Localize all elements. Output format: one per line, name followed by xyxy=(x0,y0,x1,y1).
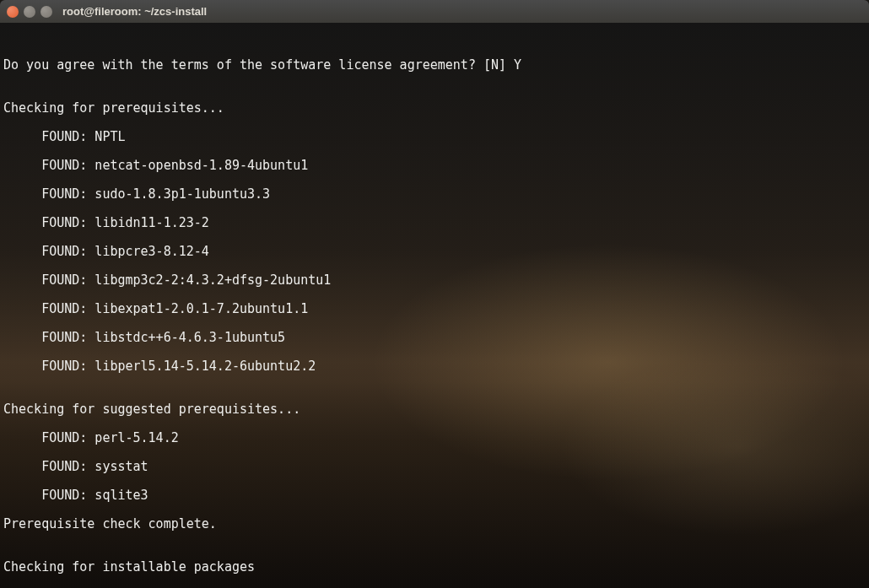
terminal-line: FOUND: libidn11-1.23-2 xyxy=(3,216,866,230)
maximize-icon[interactable] xyxy=(40,6,52,18)
terminal-line: Checking for prerequisites... xyxy=(3,101,866,116)
terminal-line: FOUND: perl-5.14.2 xyxy=(3,431,866,445)
terminal-line: FOUND: libpcre3-8.12-4 xyxy=(3,245,866,259)
terminal-line: FOUND: netcat-openbsd-1.89-4ubuntu1 xyxy=(3,159,866,173)
minimize-icon[interactable] xyxy=(24,6,35,18)
terminal-line: FOUND: libstdc++6-4.6.3-1ubuntu5 xyxy=(3,331,866,345)
terminal-line: FOUND: sudo-1.8.3p1-1ubuntu3.3 xyxy=(3,187,866,202)
terminal-line: FOUND: libexpat1-2.0.1-7.2ubuntu1.1 xyxy=(3,302,866,316)
window-titlebar: root@fileroom: ~/zcs-install xyxy=(0,0,869,23)
terminal-line: FOUND: sqlite3 xyxy=(3,488,866,503)
window-buttons xyxy=(7,6,52,18)
terminal-line: Checking for installable packages xyxy=(3,560,866,575)
window-title: root@fileroom: ~/zcs-install xyxy=(62,5,207,18)
terminal-line: Prerequisite check complete. xyxy=(3,517,866,531)
terminal-line: FOUND: libperl5.14-5.14.2-6ubuntu2.2 xyxy=(3,359,866,374)
terminal-line: FOUND: sysstat xyxy=(3,460,866,474)
close-icon[interactable] xyxy=(7,6,19,18)
terminal-line: FOUND: libgmp3c2-2:4.3.2+dfsg-2ubuntu1 xyxy=(3,273,866,288)
terminal-line: Checking for suggested prerequisites... xyxy=(3,402,866,417)
terminal-line: Do you agree with the terms of the softw… xyxy=(3,58,866,73)
terminal-output[interactable]: Do you agree with the terms of the softw… xyxy=(0,23,869,588)
terminal-line: FOUND: NPTL xyxy=(3,130,866,144)
